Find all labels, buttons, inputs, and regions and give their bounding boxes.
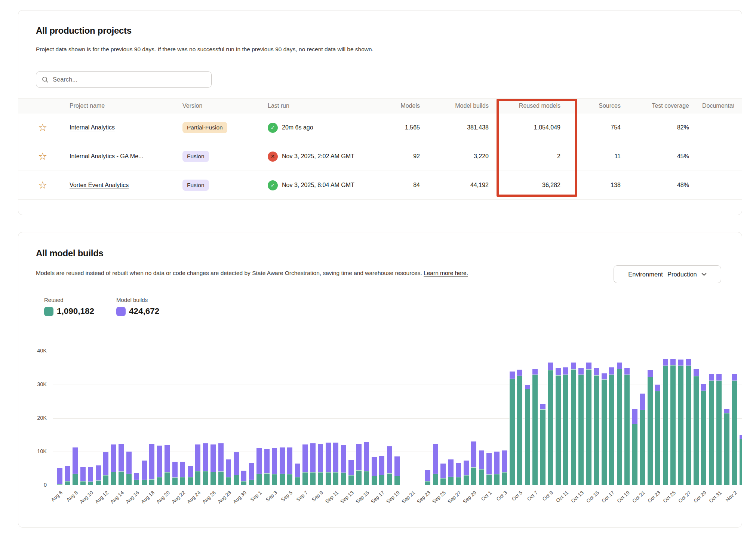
bar-segment-reused bbox=[387, 473, 392, 485]
last-run-text: 20m 6s ago bbox=[282, 124, 313, 131]
environment-select[interactable]: Environment Production bbox=[614, 265, 721, 283]
bar-segment-reused bbox=[96, 480, 101, 485]
bar-segment-model-builds bbox=[103, 452, 108, 475]
favorite-star-icon[interactable]: ☆ bbox=[38, 123, 47, 133]
y-axis-tick-label: 30K bbox=[24, 381, 47, 387]
bar-segment-reused bbox=[456, 477, 461, 485]
last-run-text: Nov 3, 2025, 2:02 AM GMT bbox=[282, 153, 354, 160]
bar-segment-model-builds bbox=[479, 450, 484, 469]
bar-segment-model-builds bbox=[532, 369, 538, 374]
bar-segment-reused bbox=[226, 477, 231, 485]
bar-segment-model-builds bbox=[433, 444, 438, 474]
model-builds-card: All model builds Models are reused inste… bbox=[18, 232, 742, 528]
bar-segment-reused bbox=[180, 477, 185, 485]
search-input[interactable] bbox=[53, 76, 206, 83]
bar-segment-reused bbox=[134, 480, 139, 485]
bar-segment-model-builds bbox=[701, 384, 706, 391]
bar-segment-model-builds bbox=[540, 404, 546, 409]
bar-segment-reused bbox=[295, 477, 300, 485]
bar-segment-model-builds bbox=[280, 447, 285, 474]
bar-segment-reused bbox=[234, 475, 239, 485]
bar-segment-reused bbox=[80, 481, 86, 485]
success-check-icon: ✓ bbox=[268, 180, 278, 190]
bar-segment-reused bbox=[571, 369, 576, 485]
column-header-version: Version bbox=[182, 99, 265, 113]
column-header-documentation: Documentation bbox=[702, 99, 734, 113]
bar-segment-model-builds bbox=[571, 363, 576, 369]
bar-segment-model-builds bbox=[249, 463, 254, 480]
bar-segment-model-builds bbox=[440, 464, 446, 478]
bar-segment-reused bbox=[188, 477, 193, 485]
bar-segment-model-builds bbox=[655, 385, 660, 391]
bar-segment-model-builds bbox=[448, 459, 454, 477]
bar-segment-reused bbox=[348, 475, 354, 485]
bar-segment-model-builds bbox=[234, 452, 239, 475]
learn-more-link[interactable]: Learn more here. bbox=[424, 270, 468, 276]
bar-segment-reused bbox=[655, 391, 660, 485]
bar-segment-model-builds bbox=[732, 374, 737, 380]
bar-segment-reused bbox=[740, 439, 743, 485]
legend-model-builds: Model builds 424,672 bbox=[116, 297, 159, 316]
bar-segment-reused bbox=[540, 409, 546, 485]
favorite-star-icon[interactable]: ☆ bbox=[38, 180, 47, 190]
bar-segment-model-builds bbox=[203, 443, 208, 471]
project-name-link[interactable]: Vortex Event Analytics bbox=[70, 182, 129, 189]
bar-segment-model-builds bbox=[126, 452, 132, 474]
bar-segment-model-builds bbox=[318, 444, 323, 472]
environment-select-value: Production bbox=[667, 271, 697, 278]
bar-segment-model-builds bbox=[624, 368, 630, 375]
bar-segment-model-builds bbox=[96, 465, 101, 480]
y-axis-tick-label: 10K bbox=[24, 448, 47, 454]
environment-select-label: Environment bbox=[628, 271, 663, 278]
bar-segment-model-builds bbox=[425, 470, 430, 482]
bar-segment-reused bbox=[318, 472, 323, 485]
builds-card-subtitle-text: Models are reused instead of rebuilt whe… bbox=[36, 270, 422, 276]
bar-segment-reused bbox=[264, 473, 270, 485]
project-search[interactable] bbox=[36, 71, 212, 88]
bar-segment-model-builds bbox=[80, 467, 86, 482]
bar-segment-model-builds bbox=[165, 445, 170, 472]
bar-segment-model-builds bbox=[218, 443, 224, 471]
bar-segment-model-builds bbox=[157, 446, 162, 477]
bar-segment-reused bbox=[111, 472, 116, 485]
bar-segment-reused bbox=[326, 472, 331, 485]
table-row: ☆Vortex Event AnalyticsFusion✓Nov 3, 202… bbox=[18, 171, 742, 200]
bar-segment-model-builds bbox=[471, 441, 476, 467]
bar-segment-reused bbox=[394, 476, 400, 485]
bar-segment-reused bbox=[73, 474, 78, 485]
legend-reused-swatch bbox=[44, 307, 53, 316]
bar-segment-reused bbox=[716, 380, 722, 485]
bar-segment-reused bbox=[379, 475, 384, 485]
bar-segment-model-builds bbox=[510, 372, 515, 379]
column-header-models: Models bbox=[366, 99, 420, 113]
column-header-reused-models: Reused models bbox=[501, 99, 560, 113]
bar-segment-reused bbox=[256, 474, 262, 485]
bar-segment-model-builds bbox=[578, 368, 584, 375]
favorite-star-icon[interactable]: ☆ bbox=[38, 152, 47, 162]
y-axis-tick-label: 40K bbox=[24, 348, 47, 354]
model-builds-count: 381,438 bbox=[430, 113, 489, 142]
bar-segment-model-builds bbox=[134, 473, 139, 480]
bar-segment-reused bbox=[149, 479, 154, 485]
bar-segment-reused bbox=[578, 375, 584, 485]
bar-segment-reused bbox=[732, 380, 737, 485]
bar-segment-reused bbox=[556, 375, 561, 485]
project-name-link[interactable]: Internal Analytics - GA Me... bbox=[70, 153, 143, 160]
bar-segment-reused bbox=[119, 471, 124, 485]
project-name-link[interactable]: Internal Analytics bbox=[70, 124, 115, 131]
bar-segment-reused bbox=[678, 366, 683, 485]
models-count: 84 bbox=[366, 171, 420, 199]
bar-segment-reused bbox=[624, 375, 630, 485]
bar-segment-model-builds bbox=[379, 456, 384, 475]
legend-reused-value: 1,090,182 bbox=[57, 306, 94, 316]
bar-segment-reused bbox=[57, 484, 62, 485]
bar-segment-model-builds bbox=[188, 466, 193, 477]
bar-segment-model-builds bbox=[272, 448, 277, 474]
model-builds-count: 3,220 bbox=[430, 142, 489, 171]
bar-segment-model-builds bbox=[348, 460, 354, 475]
bar-segment-reused bbox=[563, 375, 568, 485]
bar-segment-reused bbox=[356, 470, 362, 485]
bar-segment-model-builds bbox=[172, 462, 178, 477]
bar-segment-reused bbox=[372, 476, 377, 485]
bar-segment-model-builds bbox=[210, 444, 216, 472]
